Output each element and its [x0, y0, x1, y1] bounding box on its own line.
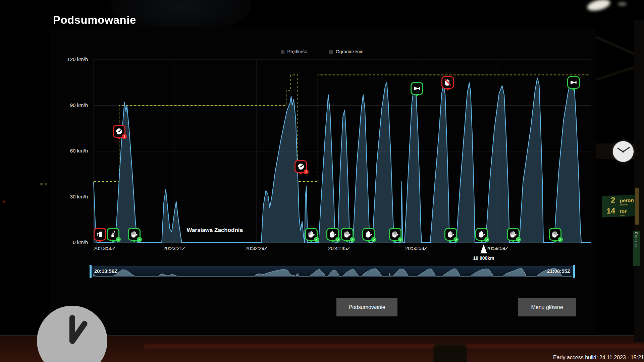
- hand-glyph: [365, 230, 373, 238]
- track-number: 14: [605, 207, 615, 215]
- event-icon-speedometer[interactable]: !: [294, 160, 307, 173]
- event-pointer: [415, 95, 419, 97]
- event-icon-hand[interactable]: [444, 228, 457, 241]
- speed-swatch-icon: [281, 50, 284, 54]
- hand-glyph: [130, 230, 138, 238]
- hand-slash-glyph: [444, 78, 452, 86]
- timeline-scrubber[interactable]: 20:13:56Z 21:08:55Z: [90, 265, 575, 277]
- check-badge-icon: [484, 237, 489, 242]
- hand-glyph: [509, 230, 517, 238]
- station-clock: [613, 141, 634, 162]
- event-pointer: [446, 88, 449, 91]
- door-glyph: [96, 230, 104, 238]
- event-pointer: [553, 240, 557, 243]
- event-icon-door[interactable]: [94, 228, 106, 241]
- platform-number: 2: [605, 196, 615, 204]
- legend-item-limit: Ograniczenie: [329, 49, 364, 54]
- event-pointer: [449, 240, 452, 243]
- event-icon-hand[interactable]: [326, 228, 339, 241]
- event-icon-hand[interactable]: [341, 228, 354, 241]
- event-pointer: [393, 240, 397, 243]
- limit-swatch-icon: [329, 50, 333, 54]
- build-info: Early access build: 24.11.2023 - 15:21: [553, 355, 644, 361]
- event-icon-horn[interactable]: [567, 76, 580, 89]
- check-badge-icon: [516, 237, 521, 242]
- event-icon-radio[interactable]: [107, 228, 119, 241]
- event-pointer: [98, 240, 102, 243]
- clock-hub: [622, 150, 624, 153]
- event-pointer: [117, 137, 121, 140]
- event-icon-hand[interactable]: [128, 228, 141, 241]
- scrubber-minimap: [93, 266, 572, 277]
- event-icon-hand[interactable]: [305, 228, 318, 241]
- summary-button[interactable]: Podsumowanie: [336, 298, 397, 316]
- hand-glyph: [551, 230, 559, 238]
- alert-badge-icon: !: [122, 134, 127, 139]
- minimap-curve: [93, 268, 572, 276]
- hand-glyph: [343, 230, 351, 238]
- scrubber-end-time: 21:08:55Z: [547, 268, 570, 274]
- station-name-sign: Grodzisk: [633, 231, 640, 266]
- sign-pole: [635, 188, 639, 225]
- event-icon-horn[interactable]: [411, 82, 423, 95]
- check-badge-icon: [398, 237, 403, 242]
- track-sub: track: [620, 214, 627, 217]
- event-pointer: [132, 240, 136, 243]
- platform-track-sign: 2 peron platform 14 tor track: [602, 195, 635, 217]
- scrubber-start-time: 20:13:56Z: [94, 268, 117, 274]
- check-badge-icon: [350, 237, 355, 242]
- scrubber-handle-left[interactable]: [90, 265, 92, 278]
- platform-lamp-glow-2: [618, 2, 627, 6]
- event-pointer: [512, 240, 515, 243]
- scrubber-handle-right[interactable]: [573, 265, 575, 278]
- track-word: tor: [620, 208, 627, 214]
- event-icon-hand[interactable]: [475, 228, 488, 241]
- platform-floor-highlight: [144, 344, 644, 349]
- platform-sub: platform: [620, 203, 634, 205]
- speedometer-glyph: [115, 127, 123, 135]
- hand-glyph: [391, 230, 399, 238]
- page-title: Podsumowanie: [53, 13, 136, 26]
- event-icon-hand-slash[interactable]: [441, 76, 454, 89]
- main-menu-button[interactable]: Menu główne: [518, 298, 576, 316]
- legend-item-speed: Prędkość: [281, 49, 307, 54]
- speedometer-glyph: [297, 163, 305, 171]
- check-badge-icon: [453, 237, 459, 242]
- event-pointer: [367, 240, 370, 243]
- check-badge-icon: [371, 237, 376, 242]
- event-pointer: [310, 240, 313, 243]
- hand-glyph: [329, 230, 337, 238]
- check-badge-icon: [314, 237, 319, 242]
- signal-light: [3, 200, 5, 203]
- horn-glyph: [570, 78, 578, 86]
- event-pointer: [111, 240, 115, 243]
- event-pointer: [480, 240, 483, 243]
- event-pointer: [299, 173, 303, 175]
- radio-glyph: [109, 230, 117, 238]
- event-pointer: [345, 240, 349, 243]
- game-screen: 2 peron platform 14 tor track Grodzisk P…: [0, 0, 644, 362]
- window-light: [45, 183, 47, 185]
- platform-word: peron: [620, 197, 634, 203]
- event-icon-hand[interactable]: [362, 228, 375, 241]
- station-pillar: [634, 20, 644, 342]
- platform-lamp-glow: [586, 0, 611, 13]
- hand-glyph: [447, 230, 455, 238]
- event-icon-hand[interactable]: [549, 228, 561, 241]
- trash-bin: [433, 343, 467, 362]
- check-badge-icon: [116, 237, 121, 242]
- event-icon-hand[interactable]: [389, 228, 401, 241]
- hand-glyph: [478, 230, 486, 238]
- horn-glyph: [413, 84, 421, 93]
- check-badge-icon: [335, 237, 340, 242]
- check-badge-icon: [558, 237, 563, 242]
- check-badge-icon: [137, 237, 142, 242]
- summary-panel: [49, 27, 596, 333]
- chart-legend: Prędkość Ograniczenie: [221, 49, 423, 54]
- event-pointer: [572, 88, 575, 91]
- window-light: [40, 183, 43, 185]
- event-icon-hand[interactable]: [507, 228, 520, 241]
- hand-glyph: [307, 230, 315, 238]
- event-icon-speedometer[interactable]: !: [113, 125, 125, 138]
- alert-badge-icon: !: [304, 169, 309, 174]
